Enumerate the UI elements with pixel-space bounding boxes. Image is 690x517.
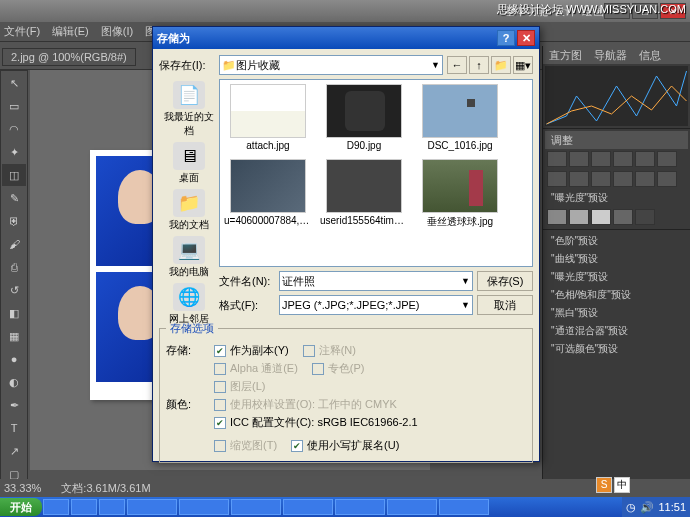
taskbar-item[interactable] — [283, 499, 333, 515]
sidebar-network[interactable]: 🌐网上邻居 — [161, 283, 217, 326]
preset-mixer[interactable]: "通道混合器"预设 — [545, 322, 688, 340]
wand-tool-icon[interactable]: ✦ — [2, 141, 26, 163]
pen-tool-icon[interactable]: ✒ — [2, 394, 26, 416]
preset-swatch[interactable] — [547, 209, 567, 225]
watermark-text: 思缘设计论坛 WWW.MISSYUAN.COM — [497, 2, 686, 17]
clock[interactable]: 11:51 — [658, 501, 686, 513]
new-folder-button[interactable]: 📁 — [491, 56, 511, 74]
cancel-button[interactable]: 取消 — [477, 295, 533, 315]
up-button[interactable]: ↑ — [469, 56, 489, 74]
eraser-tool-icon[interactable]: ◧ — [2, 302, 26, 324]
ime-icon[interactable]: 中 — [614, 477, 630, 493]
crop-tool-icon[interactable]: ◫ — [2, 164, 26, 186]
quicklaunch-item[interactable] — [71, 499, 97, 515]
threshold-icon[interactable] — [657, 171, 677, 187]
brightness-icon[interactable] — [547, 151, 567, 167]
lasso-tool-icon[interactable]: ◠ — [2, 118, 26, 140]
sogou-icon[interactable]: S — [596, 477, 612, 493]
statusbar: 33.33% 文档:3.61M/3.61M — [0, 479, 690, 497]
move-tool-icon[interactable]: ↖ — [2, 72, 26, 94]
tray-icon[interactable]: ◷ — [626, 501, 636, 514]
preset-bw[interactable]: "黑白"预设 — [545, 304, 688, 322]
document-tab[interactable]: 2.jpg @ 100%(RGB/8#) — [2, 48, 136, 66]
dialog-help-button[interactable]: ? — [497, 30, 515, 46]
quicklaunch-item[interactable] — [99, 499, 125, 515]
preset-swatch[interactable] — [591, 209, 611, 225]
curves-icon[interactable] — [591, 151, 611, 167]
invert-icon[interactable] — [613, 171, 633, 187]
file-item[interactable]: 垂丝透球球.jpg — [416, 159, 504, 229]
back-button[interactable]: ← — [447, 56, 467, 74]
file-item[interactable]: userid155564time2... — [320, 159, 408, 229]
filename-input[interactable]: 证件照▼ — [279, 271, 473, 291]
history-tool-icon[interactable]: ↺ — [2, 279, 26, 301]
preset-exposure[interactable]: "曝光度"预设 — [545, 268, 688, 286]
start-button[interactable]: 开始 — [0, 498, 42, 516]
copy-checkbox[interactable]: ✔ — [214, 345, 226, 357]
taskbar-item[interactable] — [179, 499, 229, 515]
preset-levels[interactable]: "色阶"预设 — [545, 232, 688, 250]
file-item[interactable]: DSC_1016.jpg — [416, 84, 504, 151]
preset-swatch[interactable] — [613, 209, 633, 225]
eyedropper-tool-icon[interactable]: ✎ — [2, 187, 26, 209]
sidebar-desktop[interactable]: 🖥桌面 — [161, 142, 217, 185]
dodge-tool-icon[interactable]: ◐ — [2, 371, 26, 393]
taskbar-item[interactable] — [335, 499, 385, 515]
tab-info[interactable]: 信息 — [633, 46, 667, 64]
menu-edit[interactable]: 编辑(E) — [52, 24, 89, 39]
vibrance-icon[interactable] — [635, 151, 655, 167]
save-button[interactable]: 保存(S) — [477, 271, 533, 291]
panels-dock: 直方图 导航器 信息 调整 — [542, 46, 690, 486]
type-tool-icon[interactable]: T — [2, 417, 26, 439]
levels-icon[interactable] — [569, 151, 589, 167]
color-label: 颜色: — [166, 397, 214, 412]
thumbnail-checkbox — [214, 440, 226, 452]
exposure-icon[interactable] — [613, 151, 633, 167]
dialog-titlebar[interactable]: 存储为 ? ✕ — [153, 27, 539, 49]
file-item[interactable]: attach.jpg — [224, 84, 312, 151]
format-label: 格式(F): — [219, 298, 275, 313]
photo-filter-icon[interactable] — [569, 171, 589, 187]
quicklaunch-item[interactable] — [43, 499, 69, 515]
taskbar-item[interactable] — [439, 499, 489, 515]
path-tool-icon[interactable]: ↗ — [2, 440, 26, 462]
format-dropdown[interactable]: JPEG (*.JPG;*.JPEG;*.JPE)▼ — [279, 295, 473, 315]
tab-adjustments[interactable]: 调整 — [545, 131, 579, 149]
preset-swatch[interactable] — [569, 209, 589, 225]
tray-icon[interactable]: 🔊 — [640, 501, 654, 514]
view-menu-button[interactable]: ▦▾ — [513, 56, 533, 74]
posterize-icon[interactable] — [635, 171, 655, 187]
sidebar-computer[interactable]: 💻我的电脑 — [161, 236, 217, 279]
tab-navigator[interactable]: 导航器 — [588, 46, 633, 64]
lowercase-checkbox[interactable]: ✔ — [291, 440, 303, 452]
sidebar-recent[interactable]: 📄我最近的文档 — [161, 81, 217, 138]
taskbar-item[interactable] — [231, 499, 281, 515]
brush-tool-icon[interactable]: 🖌 — [2, 233, 26, 255]
icc-checkbox[interactable]: ✔ — [214, 417, 226, 429]
file-list[interactable]: attach.jpg D90.jpg DSC_1016.jpg u=406000… — [219, 79, 533, 267]
bw-icon[interactable] — [547, 171, 567, 187]
mixer-icon[interactable] — [591, 171, 611, 187]
hue-icon[interactable] — [657, 151, 677, 167]
taskbar-item[interactable] — [127, 499, 177, 515]
gradient-tool-icon[interactable]: ▦ — [2, 325, 26, 347]
file-item[interactable]: D90.jpg — [320, 84, 408, 151]
preset-selective[interactable]: "可选颜色"预设 — [545, 340, 688, 358]
menu-image[interactable]: 图像(I) — [101, 24, 133, 39]
preset-hue[interactable]: "色相/饱和度"预设 — [545, 286, 688, 304]
file-item[interactable]: u=40600007884,2808... — [224, 159, 312, 229]
tab-histogram[interactable]: 直方图 — [543, 46, 588, 64]
dialog-close-button[interactable]: ✕ — [517, 30, 535, 46]
desktop-floating-icons: S 中 — [596, 477, 630, 493]
heal-tool-icon[interactable]: ⛨ — [2, 210, 26, 232]
menu-file[interactable]: 文件(F) — [4, 24, 40, 39]
stamp-tool-icon[interactable]: ⎙ — [2, 256, 26, 278]
preset-curves[interactable]: "曲线"预设 — [545, 250, 688, 268]
sidebar-documents[interactable]: 📁我的文档 — [161, 189, 217, 232]
preset-swatch[interactable] — [635, 209, 655, 225]
zoom-level[interactable]: 33.33% — [4, 482, 41, 494]
marquee-tool-icon[interactable]: ▭ — [2, 95, 26, 117]
save-in-dropdown[interactable]: 📁 图片收藏 ▼ — [219, 55, 443, 75]
blur-tool-icon[interactable]: ● — [2, 348, 26, 370]
taskbar-item[interactable] — [387, 499, 437, 515]
